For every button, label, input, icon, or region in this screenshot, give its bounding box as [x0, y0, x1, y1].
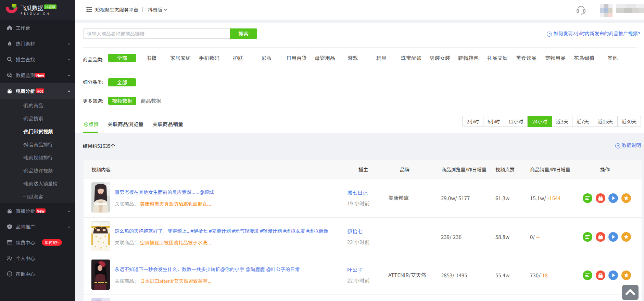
svg-text:?: ?: [9, 272, 10, 276]
